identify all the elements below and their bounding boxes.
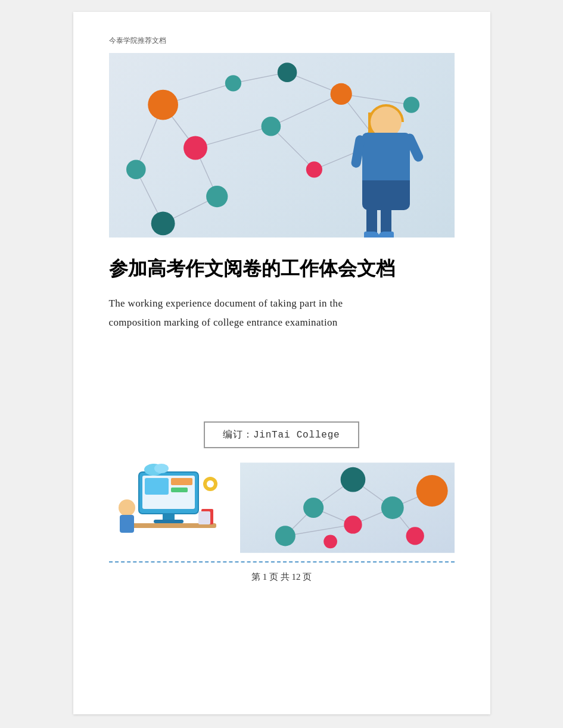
- main-title: 参加高考作文阅卷的工作体会文档: [109, 255, 455, 282]
- svg-point-22: [306, 161, 322, 177]
- svg-point-17: [183, 136, 207, 160]
- svg-rect-29: [171, 478, 192, 485]
- svg-point-24: [151, 211, 175, 235]
- character-illustration: [347, 107, 425, 238]
- svg-rect-28: [145, 478, 169, 495]
- editor-box-wrapper: 编订：JinTai College: [109, 421, 455, 448]
- svg-point-53: [344, 516, 362, 534]
- editor-box: 编订：JinTai College: [204, 421, 359, 448]
- svg-rect-32: [154, 520, 183, 523]
- bottom-images: [109, 460, 455, 555]
- char-body: [362, 133, 410, 186]
- svg-point-15: [225, 75, 241, 91]
- dashed-divider: [109, 561, 455, 563]
- svg-point-57: [406, 527, 424, 545]
- svg-point-19: [261, 117, 281, 136]
- svg-point-51: [340, 467, 365, 492]
- svg-point-55: [416, 475, 447, 507]
- svg-point-20: [330, 83, 352, 105]
- svg-rect-35: [120, 515, 134, 533]
- document-page: 今泰学院推荐文档: [73, 12, 490, 714]
- svg-point-58: [324, 535, 337, 549]
- char-shoe-right: [378, 232, 394, 238]
- hero-image: [109, 53, 455, 238]
- svg-point-16: [277, 63, 297, 82]
- svg-point-18: [126, 160, 146, 179]
- svg-rect-30: [171, 488, 188, 492]
- svg-point-54: [381, 496, 403, 519]
- svg-point-39: [207, 480, 214, 488]
- svg-line-5: [270, 94, 341, 126]
- char-leg-right: [381, 205, 391, 235]
- watermark-text: 今泰学院推荐文档: [109, 36, 455, 46]
- svg-point-41: [154, 464, 169, 473]
- svg-point-52: [303, 498, 324, 518]
- network-diagram-bottom: [240, 460, 455, 555]
- desk-svg: [109, 460, 228, 555]
- svg-point-34: [119, 499, 135, 516]
- network-svg-bottom: [240, 460, 455, 555]
- svg-rect-37: [198, 511, 210, 524]
- subtitle-line1: The working experience document of takin…: [109, 298, 343, 309]
- char-shoe-left: [364, 232, 380, 238]
- svg-point-14: [148, 90, 178, 120]
- svg-point-23: [206, 186, 228, 207]
- subtitle-line2: composition marking of college entrance …: [109, 317, 338, 328]
- content-spacer: [109, 350, 455, 421]
- desk-illustration: [109, 460, 228, 555]
- subtitle-english: The working experience document of takin…: [109, 294, 455, 333]
- page-footer: 第 1 页 共 12 页: [109, 571, 455, 583]
- svg-point-56: [275, 526, 295, 546]
- char-leg-left: [366, 205, 377, 235]
